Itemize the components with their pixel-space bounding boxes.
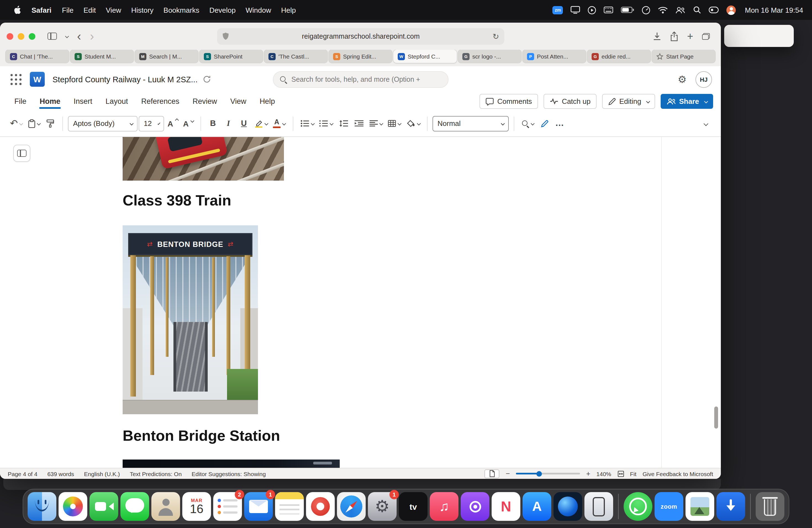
share-button[interactable] xyxy=(666,31,683,41)
back-button[interactable]: ‹ xyxy=(73,30,86,42)
display-mirroring-icon[interactable] xyxy=(571,6,580,14)
grow-font-button[interactable]: A xyxy=(165,115,180,132)
comments-button[interactable]: Comments xyxy=(479,94,538,109)
dock-whatsapp[interactable] xyxy=(624,492,652,521)
menu-home[interactable]: Home xyxy=(33,92,67,111)
apple-menu[interactable] xyxy=(9,5,26,14)
menu-file[interactable]: File xyxy=(8,92,33,111)
tab-search[interactable]: M Search | M... xyxy=(135,50,198,63)
new-tab-button[interactable]: + xyxy=(683,30,698,42)
menubar-window[interactable]: Window xyxy=(241,6,276,14)
dock-music[interactable] xyxy=(430,492,459,521)
dock-trash[interactable] xyxy=(756,492,784,521)
table-button[interactable] xyxy=(386,115,403,132)
zoom-window-button[interactable] xyxy=(29,33,35,40)
tab-stepford-active[interactable]: W Stepford C... xyxy=(393,50,457,63)
document-image-terminal[interactable] xyxy=(122,459,340,468)
menu-insert[interactable]: Insert xyxy=(67,92,99,111)
dock-finder[interactable] xyxy=(28,492,56,521)
play-circle-icon[interactable] xyxy=(588,6,596,14)
menubar-help[interactable]: Help xyxy=(276,6,301,14)
bullet-list-button[interactable] xyxy=(298,115,316,132)
word-count[interactable]: 639 words xyxy=(47,470,74,477)
tab-castle[interactable]: C 'The Castl... xyxy=(264,50,328,63)
downloads-button[interactable] xyxy=(649,32,666,41)
wifi-icon[interactable] xyxy=(658,6,668,14)
underline-button[interactable]: U xyxy=(237,115,251,132)
page-count[interactable]: Page 4 of 4 xyxy=(8,470,37,477)
keyboard-icon[interactable] xyxy=(604,6,613,13)
reload-icon[interactable]: ↻ xyxy=(493,32,499,41)
dock-zoom[interactable]: zoom xyxy=(655,492,683,521)
find-button[interactable] xyxy=(519,115,536,132)
dock-system-settings[interactable]: 1 xyxy=(368,492,396,521)
document-image-class-398-train[interactable] xyxy=(122,137,284,180)
menubar-develop[interactable]: Develop xyxy=(204,6,241,14)
menubar-view[interactable]: View xyxy=(101,6,126,14)
feedback-link[interactable]: Give Feedback to Microsoft xyxy=(642,470,713,477)
menu-layout[interactable]: Layout xyxy=(99,92,134,111)
zoom-out-button[interactable]: − xyxy=(506,470,510,477)
users-icon[interactable] xyxy=(676,6,686,14)
editing-mode-button[interactable]: Editing xyxy=(602,94,655,109)
editor-suggestions-toggle[interactable]: Editor Suggestions: Showing xyxy=(192,470,266,477)
sidebar-chevron-button[interactable] xyxy=(61,35,73,38)
close-window-button[interactable] xyxy=(6,33,13,40)
zoom-in-button[interactable]: + xyxy=(586,470,590,477)
italic-button[interactable]: I xyxy=(221,115,236,132)
dock-iphone-mirroring[interactable] xyxy=(584,492,613,521)
minimize-window-button[interactable] xyxy=(18,33,24,40)
app-launcher-button[interactable] xyxy=(6,70,25,89)
dock-reminders[interactable]: 2 xyxy=(213,492,242,521)
tab-post-attendance[interactable]: P Post Atten... xyxy=(523,50,586,63)
dock-notes[interactable] xyxy=(275,492,304,521)
zoom-slider[interactable] xyxy=(516,470,580,477)
dock-app-red[interactable] xyxy=(306,492,335,521)
tab-eddie[interactable]: G eddie red... xyxy=(587,50,651,63)
page-view-button[interactable] xyxy=(485,469,499,478)
dock-app-blue[interactable] xyxy=(716,492,745,521)
tab-spring-edition[interactable]: S Spring Edit... xyxy=(329,50,392,63)
document-title[interactable]: Stepford County Railway - Luuk M 2SZ... xyxy=(53,75,198,84)
saved-status-icon[interactable] xyxy=(202,75,211,84)
format-painter-button[interactable] xyxy=(43,115,58,132)
control-center-icon[interactable] xyxy=(709,6,719,13)
editor-button[interactable] xyxy=(537,115,552,132)
forward-button[interactable]: › xyxy=(86,30,99,42)
paste-button[interactable] xyxy=(26,115,42,132)
dock-contacts[interactable] xyxy=(151,492,180,521)
menubar-history[interactable]: History xyxy=(126,6,159,14)
tab-scr-logo[interactable]: G scr logo -... xyxy=(458,50,521,63)
highlight-button[interactable] xyxy=(252,115,270,132)
catch-up-button[interactable]: Catch up xyxy=(543,94,597,109)
menubar-app-name[interactable]: Safari xyxy=(26,6,57,14)
collapse-ribbon-button[interactable] xyxy=(699,115,713,132)
account-avatar[interactable]: HJ xyxy=(695,71,712,88)
document-canvas[interactable]: Class 398 Train ⇄ BENTON BRIDGE ⇄ xyxy=(0,137,721,468)
dock-messages[interactable] xyxy=(120,492,149,521)
font-size-combo[interactable]: 12 xyxy=(139,116,164,131)
sidebar-toggle-button[interactable] xyxy=(43,33,61,40)
background-window[interactable] xyxy=(724,25,794,47)
menubar-clock[interactable]: Mon 16 Mar 19:54 xyxy=(744,6,803,14)
spotlight-icon[interactable] xyxy=(694,6,701,14)
dock-news[interactable]: N xyxy=(492,492,520,521)
heading-benton-bridge-station[interactable]: Benton Bridge Station xyxy=(122,427,280,444)
battery-icon[interactable] xyxy=(621,6,634,13)
fit-button[interactable]: Fit xyxy=(630,470,636,477)
tab-overview-button[interactable] xyxy=(698,33,714,40)
dock-calendar[interactable]: MAR 16 xyxy=(182,492,211,521)
url-bar[interactable]: reigategrammarschool.sharepoint.com ↻ xyxy=(217,28,504,44)
zoom-level[interactable]: 140% xyxy=(596,470,611,477)
tab-start-page[interactable]: Start Page xyxy=(652,50,715,63)
text-predictions-toggle[interactable]: Text Predictions: On xyxy=(130,470,182,477)
dock-app-store[interactable]: A xyxy=(523,492,551,521)
dock-podcasts[interactable] xyxy=(461,492,489,521)
tab-chat[interactable]: C Chat | 'The... xyxy=(5,50,69,63)
settings-gear-icon[interactable]: ⚙ xyxy=(678,74,686,84)
styles-combo[interactable]: Normal xyxy=(433,116,509,131)
dock-photos[interactable] xyxy=(59,492,87,521)
bold-button[interactable]: B xyxy=(206,115,220,132)
menubar-file[interactable]: File xyxy=(57,6,78,14)
tab-sharepoint[interactable]: S SharePoint xyxy=(199,50,263,63)
